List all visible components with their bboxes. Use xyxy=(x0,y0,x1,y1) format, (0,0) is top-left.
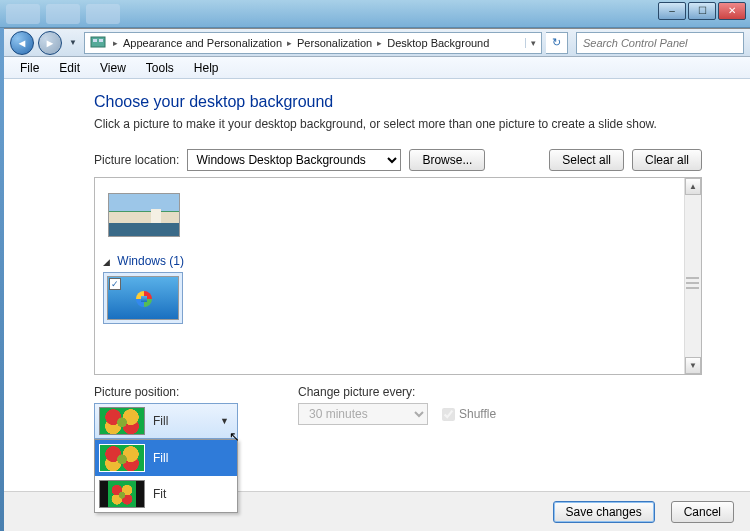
checkmark-icon: ✓ xyxy=(109,278,121,290)
position-preview-icon xyxy=(99,480,145,508)
option-label: Fill xyxy=(153,451,168,465)
position-preview-icon xyxy=(99,407,145,435)
browse-button[interactable]: Browse... xyxy=(409,149,485,171)
position-option-fill[interactable]: Fill xyxy=(95,440,237,476)
window-controls: – ☐ ✕ xyxy=(658,2,746,20)
chevron-down-icon: ▼ xyxy=(216,416,233,426)
page-title: Choose your desktop background xyxy=(94,93,702,111)
picture-thumb[interactable] xyxy=(103,188,185,242)
picture-location-select[interactable]: Windows Desktop Backgrounds xyxy=(187,149,401,171)
minimize-button[interactable]: – xyxy=(658,2,686,20)
breadcrumb[interactable]: ▸ Appearance and Personalization ▸ Perso… xyxy=(84,32,542,54)
shuffle-label: Shuffle xyxy=(459,407,496,421)
taskbar-thumb xyxy=(46,4,80,24)
menu-bar: File Edit View Tools Help xyxy=(4,57,750,79)
picture-position-label: Picture position: xyxy=(94,385,238,399)
bottom-controls: Picture position: Fill ▼ ↖ Fill Fit xyxy=(94,385,702,439)
taskbar-thumb xyxy=(6,4,40,24)
forward-button[interactable]: ► xyxy=(38,31,62,55)
scroll-up-button[interactable]: ▲ xyxy=(685,178,701,195)
breadcrumb-item[interactable]: Appearance and Personalization xyxy=(120,37,285,49)
clear-all-button[interactable]: Clear all xyxy=(632,149,702,171)
breadcrumb-dropdown[interactable]: ▾ xyxy=(525,38,541,48)
svg-rect-2 xyxy=(99,39,103,42)
position-preview-icon xyxy=(99,444,145,472)
select-all-button[interactable]: Select all xyxy=(549,149,624,171)
chevron-right-icon: ▸ xyxy=(375,38,384,48)
menu-view[interactable]: View xyxy=(90,59,136,77)
menu-tools[interactable]: Tools xyxy=(136,59,184,77)
address-toolbar: ◄ ► ▼ ▸ Appearance and Personalization ▸… xyxy=(4,29,750,57)
taskbar-blur xyxy=(0,0,750,28)
taskbar-thumb xyxy=(86,4,120,24)
close-button[interactable]: ✕ xyxy=(718,2,746,20)
change-every-label: Change picture every: xyxy=(298,385,496,399)
save-changes-button[interactable]: Save changes xyxy=(553,501,655,523)
position-option-fit[interactable]: Fit xyxy=(95,476,237,512)
menu-file[interactable]: File xyxy=(10,59,49,77)
page-subtitle: Click a picture to make it your desktop … xyxy=(94,117,702,131)
picture-location-label: Picture location: xyxy=(94,153,179,167)
change-every-select: 30 minutes xyxy=(298,403,428,425)
menu-help[interactable]: Help xyxy=(184,59,229,77)
picture-position-dropdown: Fill Fit xyxy=(94,439,238,513)
maximize-button[interactable]: ☐ xyxy=(688,2,716,20)
collapse-triangle-icon: ◢ xyxy=(103,257,110,267)
nav-history-dropdown[interactable]: ▼ xyxy=(66,31,80,55)
location-row: Picture location: Windows Desktop Backgr… xyxy=(94,149,702,171)
chevron-right-icon: ▸ xyxy=(111,38,120,48)
thumbnail-image: ✓ xyxy=(107,276,179,320)
control-panel-icon xyxy=(89,35,107,51)
scrollbar[interactable]: ▲ ▼ xyxy=(684,178,701,374)
scroll-down-button[interactable]: ▼ xyxy=(685,357,701,374)
content-pane: Choose your desktop background Click a p… xyxy=(4,79,750,453)
group-header-windows[interactable]: ◢ Windows (1) xyxy=(103,254,693,268)
breadcrumb-item[interactable]: Personalization xyxy=(294,37,375,49)
breadcrumb-item[interactable]: Desktop Background xyxy=(384,37,492,49)
back-button[interactable]: ◄ xyxy=(10,31,34,55)
menu-edit[interactable]: Edit xyxy=(49,59,90,77)
explorer-window: ◄ ► ▼ ▸ Appearance and Personalization ▸… xyxy=(4,28,750,531)
picture-thumb[interactable]: ✓ xyxy=(103,272,183,324)
shuffle-input xyxy=(442,408,455,421)
svg-rect-1 xyxy=(93,39,97,42)
refresh-button[interactable]: ↻ xyxy=(546,32,568,54)
option-label: Fit xyxy=(153,487,166,501)
cancel-button[interactable]: Cancel xyxy=(671,501,734,523)
picture-list: ◢ Windows (1) ✓ ▲ ▼ xyxy=(94,177,702,375)
shuffle-checkbox: Shuffle xyxy=(442,407,496,421)
scroll-grip-icon xyxy=(686,276,699,290)
group-header-label: Windows (1) xyxy=(117,254,184,268)
picture-position-select[interactable]: Fill ▼ ↖ Fill Fit xyxy=(94,403,238,439)
search-input[interactable] xyxy=(576,32,744,54)
chevron-right-icon: ▸ xyxy=(285,38,294,48)
picture-position-value: Fill xyxy=(153,414,216,428)
thumbnail-image xyxy=(108,193,180,237)
